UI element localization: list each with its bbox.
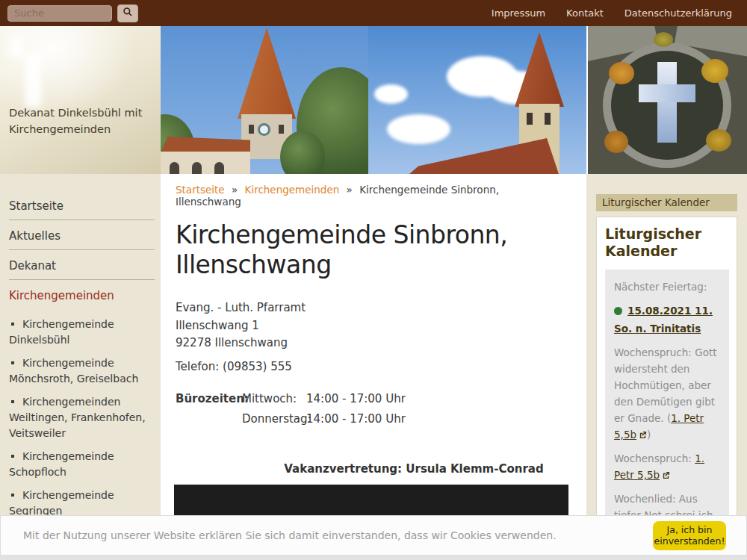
office-hours: Bürozeiten: Mittwoch: 14:00 - 17:00 Uhr … [176,389,564,429]
office-hours-time: 14:00 - 17:00 Uhr [306,389,406,409]
header-photo-aerial-cross [588,26,747,174]
calendar-title: Liturgischer Kalender [605,225,729,260]
nav-sub-label: Kirchengemeinde Mönchsroth, Greiselbach [9,357,138,385]
nav-startseite[interactable]: Startseite [9,195,155,220]
wochenspruch-2: Wochenspruch: 1. Petr 5,5b [614,450,722,484]
address-line: Evang. - Luth. Pfarramt [176,299,564,317]
cookie-banner: Mit der Nutzung unserer Website erklären… [0,515,747,556]
holiday-dot-icon [614,307,622,315]
logo-mark-icon [9,37,24,57]
header-photo-church-spire [161,26,368,174]
wochenspruch-1: Wochenspruch: Gott widersteht den Hochmü… [614,344,722,444]
cookie-message: Mit der Nutzung unserer Website erklären… [23,529,557,541]
bullet-icon [11,455,14,458]
wochenspruch-2-text: Wochenspruch: [614,452,695,464]
search-icon [123,7,133,19]
top-link-impressum[interactable]: Impressum [492,7,545,19]
external-link-icon[interactable] [662,470,670,482]
site-title: Dekanat Dinkelsbühl mit Kirchengemeinden [9,105,148,137]
phone-line: Telefon: (09853) 555 [176,358,564,376]
header-photo-church-tower [368,26,586,174]
office-hours-label: Bürozeiten: [176,389,242,429]
cross-icon [657,62,677,143]
site-logo[interactable]: Dekanat Dinkelsbühl mit Kirchengemeinden [0,26,161,174]
holiday-link[interactable]: 15.08.2021 11. So. n. Trinitatis [614,305,713,335]
nav-aktuelles[interactable]: Aktuelles [9,225,155,250]
nav-kirchengemeinden[interactable]: Kirchengemeinden [9,284,155,309]
breadcrumb-link-kirchengemeinden[interactable]: Kirchengemeinden [245,184,340,196]
address-line: Illenschwang 1 [176,317,564,335]
external-link-icon[interactable] [639,429,647,441]
header-photos [161,26,747,174]
office-hours-day: Mittwoch: [242,389,306,409]
main-nav: Startseite Aktuelles Dekanat Kirchengeme… [0,174,161,560]
office-hours-day: Donnerstag: [242,409,306,429]
next-holiday: 15.08.2021 11. So. n. Trinitatis [614,302,722,337]
bullet-icon [11,494,14,497]
breadcrumb-separator: » [232,184,238,196]
bullet-icon [11,400,14,403]
top-link-datenschutz[interactable]: Datenschutzerklärung [624,7,732,19]
next-holiday-label: Nächster Feiertag: [614,279,722,295]
office-hours-time: 14:00 - 17:00 Uhr [306,409,406,429]
top-nav: Impressum Kontakt Datenschutzerklärung [492,7,732,19]
nav-dekanat[interactable]: Dekanat [9,255,155,280]
bullet-icon [11,323,14,326]
cookie-accept-label: Ja, ich bin [653,524,726,535]
page-title: Kirchengemeinde Sinbronn, Illenschwang [176,220,564,280]
cookie-accept-label: einverstanden! [653,535,726,547]
right-sidebar: Liturgischer Kalender Liturgischer Kalen… [586,174,747,560]
nav-sub-schopfloch[interactable]: Kirchengemeinde Schopfloch [9,449,155,480]
calendar-widget-header: Liturgischer Kalender [596,194,737,211]
wochenspruch-1-suffix: ) [647,429,651,441]
breadcrumb: Startseite » Kirchengemeinden » Kircheng… [176,184,564,208]
search-group [7,4,138,22]
top-bar: Impressum Kontakt Datenschutzerklärung [0,0,747,26]
left-sidebar: Dekanat Dinkelsbühl mit Kirchengemeinden… [0,26,161,560]
nav-sub-segringen[interactable]: Kirchengemeinde Segringen [9,488,155,519]
nav-sub-dinkelsbuehl[interactable]: Kirchengemeinde Dinkelsbühl [9,317,155,348]
breadcrumb-link-startseite[interactable]: Startseite [176,184,225,196]
nav-sub-label: Kirchengemeinden Weiltingen, Frankenhofe… [9,396,146,439]
breadcrumb-separator: » [347,184,353,196]
top-link-kontakt[interactable]: Kontakt [566,7,604,19]
nav-sub-label: Kirchengemeinde Schopfloch [9,450,114,478]
logo-mark-icon [25,55,41,107]
search-input[interactable] [7,5,112,22]
address-line: 92278 Illenschwang [176,335,564,352]
nav-sub-weiltingen[interactable]: Kirchengemeinden Weiltingen, Frankenhofe… [9,394,155,441]
bottom-strip [0,556,747,560]
bullet-icon [11,361,14,364]
search-button[interactable] [117,4,138,22]
calendar-widget: Liturgischer Kalender Nächster Feiertag:… [596,217,737,560]
vacancy-note: Vakanzvertretung: Ursula Klemm-Conrad [176,462,564,476]
cookie-accept-button[interactable]: Ja, ich bin einverstanden! [653,521,726,550]
main-content: Startseite » Kirchengemeinden » Kircheng… [161,174,586,560]
nav-sub-label: Kirchengemeinde Segringen [9,489,114,517]
address-block: Evang. - Luth. Pfarramt Illenschwang 1 9… [176,299,564,352]
nav-sub-label: Kirchengemeinde Dinkelsbühl [9,318,114,346]
nav-sub-moenchsroth[interactable]: Kirchengemeinde Mönchsroth, Greiselbach [9,355,155,387]
office-hours-grid: Mittwoch: 14:00 - 17:00 Uhr Donnerstag: … [242,389,406,429]
